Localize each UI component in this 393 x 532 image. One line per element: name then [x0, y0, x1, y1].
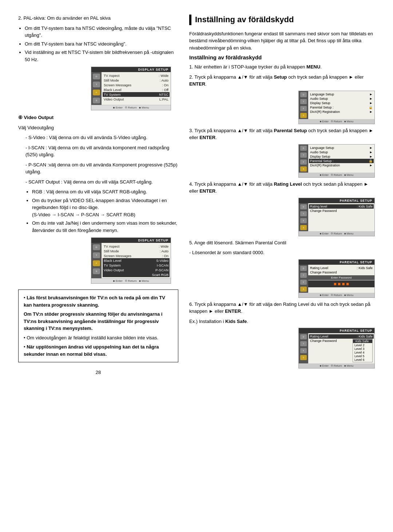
disc-menu-icon: D [93, 74, 100, 79]
pal-list: Om ditt TV-system bara ha NTSC videoingå… [25, 25, 178, 63]
video-output-value: L:PAL [159, 97, 168, 101]
change-password-label: Change Password [310, 209, 337, 213]
tv-system-label: TV System [104, 92, 120, 96]
change-password-label-2: Change Password [310, 271, 337, 274]
black-level-label-2: Black Level [104, 259, 122, 263]
menu2-row-screen-messages: Screen Messages : On [104, 253, 168, 258]
still-mode-value-2: : Auto [160, 249, 168, 253]
screen-messages-label-2: Screen Messages [104, 254, 131, 258]
parental-icons-1: D T F S [299, 203, 308, 231]
video-output-label-2: Video Output [104, 268, 124, 272]
title-icon-p2: T [300, 273, 307, 278]
levels-dropdown: : Kids Safe Level 2 Level 3 Level 4 Leve… [353, 339, 373, 362]
display-label-2: Display Setup [310, 155, 330, 158]
parental-items-3: Rating Level : Kids Safe Change Password… [308, 333, 374, 363]
menu-icons-2: D T F S [91, 243, 102, 278]
video-output-label: Video Output [104, 97, 124, 101]
setup-footer-1: ■ Enter ® Return ■ Menu [299, 119, 374, 124]
parental-footer-3: ■ Enter ® Return ■ Menu [299, 363, 374, 368]
setup-menu-2: D T F S Language Setup ► Audio Setup ► [298, 144, 375, 178]
parental-menu-2: PARENTAL SETUP D T F S Rating Level : Ki… [298, 259, 375, 298]
parental-footer-1: ■ Enter ® Return ■ Menu [299, 231, 374, 236]
rating-level-item-2: Rating Level : Kids Safe [310, 266, 373, 270]
screen-messages-value: : On [162, 83, 168, 87]
step-1: 1. När enhetten är i STOP-luage trycker … [189, 63, 375, 71]
disc-menu-icon-2: D [93, 244, 100, 250]
step-6: 6. Tryck på knapparna ▲/▼ för att välja … [189, 301, 375, 315]
video-output-options: - S-Video : Välj denna om du vill använd… [25, 134, 178, 234]
parental-body-2: D T F S Rating Level : Kids Safe Change … [299, 265, 374, 293]
display-setup-item-2: Display Setup ► [310, 154, 373, 159]
parental-setup-item-2: Parental Setup : 🔒 [309, 159, 374, 163]
pal-item-1: Om ditt TV-system bara ha NTSC videoingå… [25, 25, 178, 39]
step-5-note: - Lösenordet är som standard 0000. [189, 249, 375, 256]
sub-title: Inställning av föräldraskydd [189, 54, 375, 60]
step-5: 5. Ange ditt lösenord. Skärmen Parental … [189, 239, 375, 247]
rating-level-label: Rating level [310, 205, 327, 208]
level-5-option: Level 5 [354, 354, 371, 358]
scart-value: Scart RGB [152, 273, 168, 277]
tv-aspect-label-2: TV Aspect [104, 244, 119, 248]
parental-menu-3: PARENTAL SETUP D T F S Rating Level : Ki… [298, 328, 375, 369]
level-3-option: Level 3 [354, 347, 371, 351]
display-label: Display Setup [310, 101, 330, 105]
disc-icon-p3: D [300, 334, 307, 339]
setup-items-1: Language Setup ► Audio Setup ► Display S… [308, 91, 374, 119]
black-level-value-2: S-Video [156, 259, 168, 263]
parental-icon: 🔒 [369, 106, 373, 109]
step-3: 3. Tryck på knapparna ▲/▼ för att välja … [189, 127, 375, 141]
divx-arrow: ► [369, 110, 373, 114]
parental-body-1: D T F S Rating level : Kids Safe Change … [299, 203, 374, 231]
divx-setup-item: DivX(R) Registration ► [310, 110, 373, 114]
func-icon-p1: F [300, 218, 307, 223]
menu2-row-still-mode: Still Mode : Auto [104, 249, 168, 253]
parental-menu-container-2: PARENTAL SETUP D T F S Rating Level : Ki… [189, 259, 375, 298]
divx-label-2: DivX(R) Registration [310, 163, 340, 167]
warning-3: • Om videoutgången är felaktigt inställd… [24, 334, 173, 342]
menu2-row-tv-system: TV System I-SCAN [103, 263, 170, 268]
parental-items-2: Rating Level : Kids Safe Change Password… [308, 265, 374, 293]
parental-icon-2: 🔒 [369, 159, 373, 163]
parental-icons-3: D T F S [299, 333, 308, 363]
step-2: 2. Tryck på knapparna ▲/▼ för att välja … [189, 74, 375, 88]
change-pw-col: Change Password [310, 339, 337, 362]
video-output-desc: Välj Videoutgång [18, 124, 178, 131]
tv-system-value: NTSC [159, 92, 168, 96]
level-2-option: Level 2 [354, 343, 371, 347]
page-container: 2. PAL-skiva: Om du använder en PAL skiv… [0, 0, 393, 390]
parental-title-3: PARENTAL SETUP [299, 328, 374, 333]
rating-level-label-2: Rating Level [310, 266, 328, 270]
title-icon-s2: T [300, 153, 307, 158]
parental-title-2: PARENTAL SETUP [299, 260, 374, 265]
tv-aspect-value: : Wide [159, 74, 168, 78]
setup-footer-2: ■ Enter ® Return ■ Menu [299, 173, 374, 177]
setup-menu-body-1: D T F S Language Setup ► Audio Setup ► [299, 91, 374, 119]
rgb-desc: RGB : Välj denna om du vill välja SCART … [32, 188, 178, 196]
display-arrow-2: ► [369, 155, 373, 158]
tv-aspect-label: TV Aspect [104, 74, 119, 78]
func-icon-p2: F [300, 280, 307, 285]
disc-icon-s2: D [300, 146, 307, 151]
warning-2: Om TV:n stöder progressiv skanning följe… [24, 311, 173, 332]
scart-desc: - SCART Output : Välj denna om du vill v… [25, 178, 178, 186]
parental-items-1: Rating level : Kids Safe Change Password [308, 203, 374, 231]
menu-footer-2: ■ Enter ® Return ■ Menu [91, 278, 171, 283]
setup-icon-p2: S [300, 287, 307, 292]
parental-setup-item: Parental Setup : 🔒 [310, 105, 373, 110]
audio-arrow-2: ► [369, 150, 373, 154]
change-password-item-2: Change Password [310, 270, 373, 275]
menu2-row-tv-aspect: TV Aspect : Wide [104, 244, 168, 249]
svideo-desc: - S-Video : Välj denna om du vill använd… [25, 134, 178, 141]
menu-icons-1: D T F S [91, 72, 102, 105]
warning-box: • Läs först bruksanvisningen för TV:n oc… [18, 289, 178, 362]
menu2-row-video-output: Video Output P-SCAN [103, 268, 170, 272]
setup-icon-s2: S [300, 166, 307, 172]
parental-title-text: PARENTAL SETUP [299, 198, 374, 203]
disc-icon-s1: D [300, 92, 307, 97]
audio-setup-item-2: Audio Setup ► [310, 150, 373, 154]
menu-items-2: TV Aspect : Wide Still Mode : Auto Scree… [102, 243, 171, 278]
iscan-desc: - I-SCAN : Välj denna om du vill använda… [25, 144, 178, 158]
black-level-value: : Off [162, 88, 168, 92]
setup-icon-p1: S [300, 225, 307, 230]
step-6-note: Ex.) Installation i Kids Safe. [189, 318, 375, 325]
